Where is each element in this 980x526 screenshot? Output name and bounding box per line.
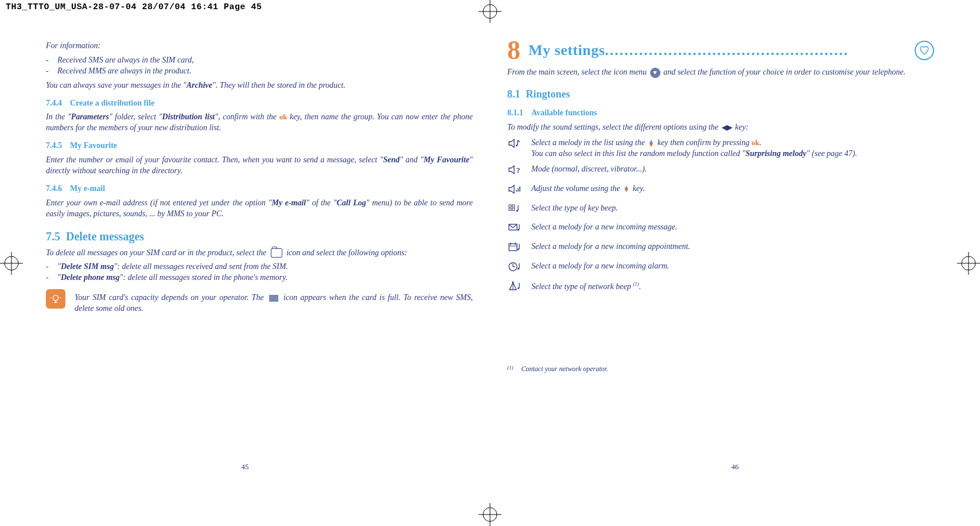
text: icon and select the following options: (285, 248, 407, 257)
body-7-4-4: In the "Parameters" folder, select "Dist… (46, 112, 473, 134)
page-45: For information: -Received SMS are alway… (46, 37, 473, 373)
svg-rect-23 (512, 205, 515, 207)
ok-key-icon: ok (279, 112, 287, 121)
heading-number: 7.5 (46, 230, 60, 243)
text: key. (631, 184, 645, 193)
function-network-beep: Select the type of network beep (1). (507, 280, 934, 295)
function-volume: Adjust the volume using the ▲▼ key. (507, 184, 934, 198)
list-item-text: Received MMS are always in the product. (57, 66, 191, 77)
svg-point-39 (512, 282, 514, 283)
chapter-header: 8 My settings...........................… (507, 37, 934, 64)
svg-rect-29 (509, 244, 517, 251)
heading-number: 7.4.5 (46, 141, 62, 150)
bold-text: Call Log (337, 198, 366, 207)
function-alarm-melody: Select a melody for a new incoming alarm… (507, 261, 934, 276)
list-item: -Received SMS are always in the SIM card… (46, 55, 473, 66)
heart-icon (915, 41, 934, 60)
footnote: (1) Contact your network operator. (507, 364, 934, 373)
text: . (639, 282, 641, 291)
page-numbers: 45 46 (0, 373, 980, 472)
list-item: -Received MMS are always in the product. (46, 66, 473, 77)
bold-text: Delete SIM msg (61, 262, 114, 271)
crop-mark-bottom (479, 503, 501, 526)
clock-note-icon (507, 261, 522, 276)
text: In the " (46, 112, 71, 121)
function-text: Select a melody for a new incoming alarm… (531, 261, 669, 272)
function-keybeep: Select the type of key beep. (507, 203, 934, 218)
svg-point-12 (53, 295, 58, 301)
bold-text: Surprising melody (745, 149, 806, 158)
page-46: 8 My settings...........................… (507, 37, 934, 373)
calendar-note-icon (507, 241, 522, 256)
sim-full-icon (269, 295, 278, 302)
speaker-note-icon (507, 138, 522, 153)
footnote-text: Contact your network operator. (522, 364, 608, 373)
list-item: -"Delete SIM msg": delete all messages r… (46, 262, 473, 272)
svg-point-40 (518, 287, 519, 289)
bold-text: Archive (186, 81, 212, 89)
ok-key-icon: ok (752, 138, 760, 147)
text: You can always save your messages in the… (46, 81, 186, 89)
heading-7-5: 7.5Delete messages (46, 229, 473, 244)
heading-number: 7.4.4 (46, 99, 62, 107)
text: key then confirm by pressing (655, 138, 751, 147)
text: From the main screen, select the icon me… (507, 68, 649, 76)
text: Adjust the volume using the (531, 184, 622, 193)
body-7-4-6: Enter your own e-mail address (if not en… (46, 198, 473, 220)
bold-text: Send (383, 155, 400, 164)
function-melody: Select a melody in the list using the ▲▼… (507, 138, 934, 159)
text: Select a melody in the list using the (531, 138, 647, 147)
crop-mark-right (957, 252, 980, 275)
page-number-left: 45 (242, 462, 249, 472)
heading-7-4-6: 7.4.6My e-mail (46, 184, 473, 194)
chapter-number: 8 (507, 37, 520, 64)
body-7-5-intro: To delete all messages on your SIM card … (46, 248, 473, 259)
bold-text: Delete phone msg (61, 273, 120, 282)
function-appointment-melody: Select a melody for a new incoming appoi… (507, 241, 934, 256)
function-message-melody: Select a melody for a new incoming messa… (507, 222, 934, 237)
list-item-text: Received SMS are always in the SIM card, (57, 55, 194, 66)
text: " of the " (306, 198, 337, 207)
speaker-volume-icon (507, 184, 522, 198)
keypad-note-icon (507, 203, 522, 218)
svg-rect-25 (512, 208, 515, 211)
list-item: -"Delete phone msg": delete all messages… (46, 272, 473, 283)
text: To modify the sound settings, select the… (507, 123, 721, 131)
left-right-key-icon: ◀▶ (722, 123, 732, 132)
antenna-note-icon (507, 280, 522, 295)
heading-7-4-5: 7.4.5My Favourite (46, 141, 473, 151)
text: Enter your own e-mail address (if not en… (46, 198, 271, 207)
list-item-text: "Delete SIM msg": delete all messages re… (57, 262, 288, 272)
text: . (759, 138, 761, 147)
tip-box: Your SIM card's capacity depends on your… (46, 289, 473, 318)
heading-number: 8.1.1 (507, 108, 523, 117)
svg-point-17 (516, 145, 518, 146)
text: You can also select in this list the ran… (531, 149, 745, 158)
svg-point-37 (518, 268, 519, 270)
tip-text: Your SIM card's capacity depends on your… (75, 293, 473, 314)
bold-text: Parameters (71, 112, 109, 121)
text: Your SIM card's capacity depends on your… (75, 293, 267, 302)
function-text: Select a melody for a new incoming messa… (531, 222, 677, 233)
svg-point-26 (516, 210, 518, 212)
text: ": delete all messages received and sent… (114, 262, 287, 271)
heading-title: Delete messages (66, 230, 144, 243)
up-down-key-icon: ▲▼ (623, 186, 629, 192)
chapter-title: My settings.............................… (528, 40, 907, 60)
function-text: Select the type of network beep (1). (531, 280, 641, 293)
text: ". They will then be stored in the produ… (212, 81, 345, 89)
function-text: Select a melody in the list using the ▲▼… (531, 138, 857, 159)
text: Enter the number or email of your favour… (46, 155, 383, 164)
delete-options-list: -"Delete SIM msg": delete all messages r… (46, 262, 473, 283)
text: Select the type of network beep (531, 282, 633, 291)
crop-mark-top (479, 0, 501, 23)
function-mode: ? Mode (normal, discreet, vibrator...). (507, 164, 934, 179)
function-text: Select the type of key beep. (531, 203, 618, 214)
chapter-title-text: My settings (528, 42, 605, 59)
body-7-4-5: Enter the number or email of your favour… (46, 155, 473, 177)
heading-title: My Favourite (70, 141, 117, 150)
crop-mark-left (0, 252, 23, 275)
heading-8-1-1: 8.1.1Available functions (507, 108, 934, 119)
footnote-mark: (1) (507, 364, 514, 373)
text: ": delete all messages stored in the pho… (120, 273, 288, 282)
